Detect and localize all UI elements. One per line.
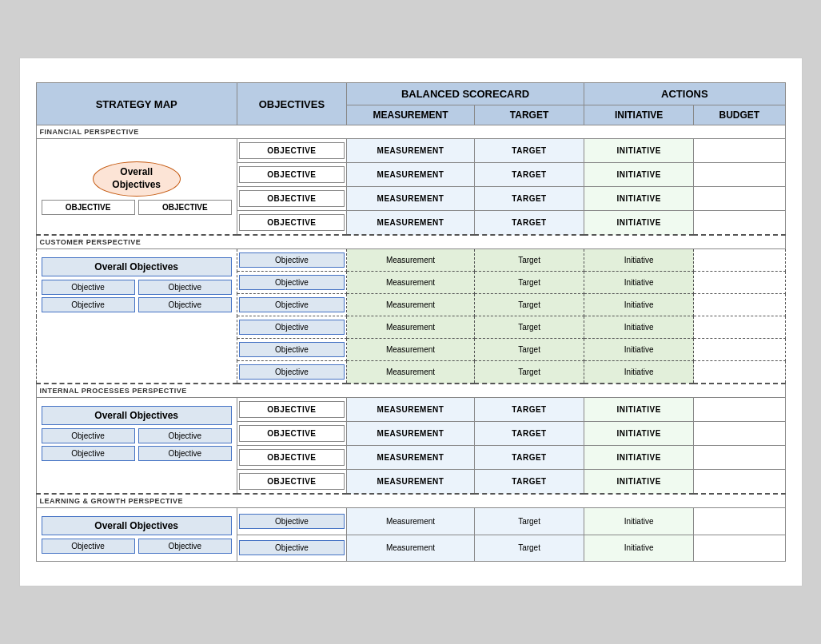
financial-initiative-3: INITIATIVE (584, 187, 694, 211)
internal-overall-rect: Overall Objectives (42, 406, 232, 425)
learning-meas-1: Measurement (347, 508, 475, 535)
internal-obj-box-1b: Objective (138, 428, 232, 443)
internal-initiative-1: INITIATIVE (584, 398, 694, 422)
customer-budget-6 (694, 361, 785, 384)
financial-meas-4: MEASUREMENT (347, 211, 475, 236)
financial-obj-item-1: OBJECTIVE (239, 142, 345, 159)
financial-target-4: TARGET (474, 211, 584, 236)
internal-meas-2: MEASUREMENT (347, 422, 475, 446)
internal-target-2: TARGET (474, 422, 584, 446)
financial-initiative-2: INITIATIVE (584, 163, 694, 187)
learning-target-1: Target (474, 508, 584, 535)
internal-meas-3: MEASUREMENT (347, 446, 475, 470)
learning-row-1: Overall Objectives Objective Objective O… (36, 508, 785, 535)
customer-initiative-5: Initiative (584, 339, 694, 361)
customer-budget-3 (694, 294, 785, 316)
financial-budget-2 (694, 163, 785, 187)
financial-budget-3 (694, 187, 785, 211)
financial-section-label: FINANCIAL PERSPECTIVE (36, 125, 785, 139)
financial-obj-item-2: OBJECTIVE (239, 166, 345, 183)
learning-initiative-2: Initiative (584, 535, 694, 562)
customer-section-label: CUSTOMER PERSPECTIVE (36, 235, 785, 249)
customer-initiative-4: Initiative (584, 316, 694, 339)
internal-obj-box-2b: Objective (138, 446, 232, 461)
customer-initiative-6: Initiative (584, 361, 694, 384)
customer-obj-box-1b: Objective (138, 280, 232, 295)
financial-obj-item-4: OBJECTIVE (239, 214, 345, 231)
page-container: STRATEGY MAP OBJECTIVES BALANCED SCORECA… (19, 58, 803, 586)
internal-meas-1: MEASUREMENT (347, 398, 475, 422)
financial-row-1: OverallObjectives OBJECTIVE OBJECTIVE OB… (36, 139, 785, 163)
main-table: STRATEGY MAP OBJECTIVES BALANCED SCORECA… (36, 82, 786, 562)
financial-initiative-4: INITIATIVE (584, 211, 694, 236)
customer-target-4: Target (474, 316, 584, 339)
financial-target-3: TARGET (474, 187, 584, 211)
internal-budget-1 (694, 398, 785, 422)
learning-budget-2 (694, 535, 785, 562)
customer-obj-item-5: Objective (239, 342, 345, 357)
customer-target-2: Target (474, 272, 584, 294)
internal-initiative-3: INITIATIVE (584, 446, 694, 470)
customer-initiative-1: Initiative (584, 249, 694, 272)
internal-initiative-4: INITIATIVE (584, 470, 694, 495)
financial-overall-ellipse: OverallObjectives (93, 161, 181, 197)
learning-meas-2: Measurement (347, 535, 475, 562)
internal-meas-4: MEASUREMENT (347, 470, 475, 495)
customer-obj-box-2a: Objective (42, 297, 135, 312)
internal-obj-item-2: OBJECTIVE (239, 425, 345, 442)
internal-obj-item-3: OBJECTIVE (239, 449, 345, 466)
customer-budget-5 (694, 339, 785, 361)
financial-meas-3: MEASUREMENT (347, 187, 475, 211)
learning-obj-box-1b: Objective (138, 539, 232, 554)
internal-target-1: TARGET (474, 398, 584, 422)
customer-obj-item-4: Objective (239, 320, 345, 335)
balanced-scorecard-header: BALANCED SCORECARD (347, 83, 584, 105)
internal-obj-item-4: OBJECTIVE (239, 473, 345, 490)
customer-meas-5: Measurement (347, 339, 475, 361)
financial-budget-1 (694, 139, 785, 163)
customer-obj-box-1a: Objective (42, 280, 135, 295)
financial-obj-item-3: OBJECTIVE (239, 190, 345, 207)
learning-overall-rect: Overall Objectives (42, 516, 232, 535)
strategy-map-header: STRATEGY MAP (36, 83, 237, 125)
customer-target-1: Target (474, 249, 584, 272)
internal-section-label: INTERNAL PROCESSES PERSPECTIVE (36, 384, 785, 398)
financial-target-1: TARGET (474, 139, 584, 163)
financial-meas-2: MEASUREMENT (347, 163, 475, 187)
internal-target-3: TARGET (474, 446, 584, 470)
learning-section-label: LEARNING & GROWTH PERSPECTIVE (36, 494, 785, 508)
customer-meas-1: Measurement (347, 249, 475, 272)
customer-meas-6: Measurement (347, 361, 475, 384)
customer-obj-item-6: Objective (239, 364, 345, 380)
customer-target-6: Target (474, 361, 584, 384)
internal-obj-box-1a: Objective (42, 428, 135, 443)
measurement-subheader: MEASUREMENT (347, 105, 475, 125)
learning-obj-item-1: Objective (239, 514, 345, 529)
learning-budget-1 (694, 508, 785, 535)
actions-header: ACTIONS (584, 83, 785, 105)
customer-target-3: Target (474, 294, 584, 316)
learning-target-2: Target (474, 535, 584, 562)
customer-row-1: Overall Objectives Objective Objective O… (36, 249, 785, 272)
customer-initiative-2: Initiative (584, 272, 694, 294)
financial-target-2: TARGET (474, 163, 584, 187)
learning-initiative-1: Initiative (584, 508, 694, 535)
customer-overall-rect: Overall Objectives (42, 257, 232, 276)
customer-obj-item-3: Objective (239, 297, 345, 312)
customer-obj-item-2: Objective (239, 275, 345, 290)
financial-obj-box-1: OBJECTIVE (42, 200, 135, 215)
customer-target-5: Target (474, 339, 584, 361)
customer-initiative-3: Initiative (584, 294, 694, 316)
financial-meas-1: MEASUREMENT (347, 139, 475, 163)
internal-initiative-2: INITIATIVE (584, 422, 694, 446)
customer-budget-4 (694, 316, 785, 339)
learning-obj-box-1a: Objective (42, 539, 135, 554)
target-subheader: TARGET (474, 105, 584, 125)
financial-budget-4 (694, 211, 785, 236)
customer-obj-box-2b: Objective (138, 297, 232, 312)
budget-subheader: BUDGET (694, 105, 785, 125)
internal-row-1: Overall Objectives Objective Objective O… (36, 398, 785, 422)
customer-budget-1 (694, 249, 785, 272)
initiative-subheader: INITIATIVE (584, 105, 694, 125)
learning-obj-item-2: Objective (239, 540, 345, 555)
